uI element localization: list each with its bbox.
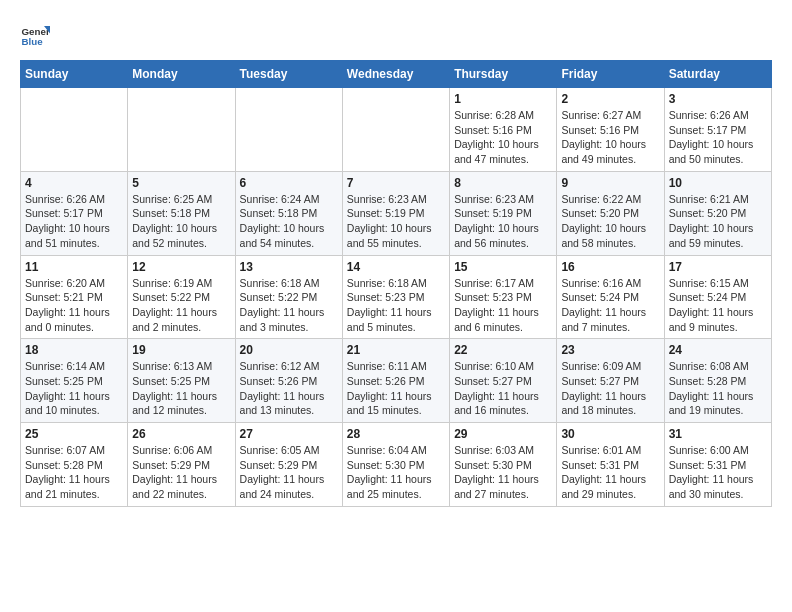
day-info: Sunrise: 6:19 AMSunset: 5:22 PMDaylight:…: [132, 276, 230, 335]
calendar-cell: 9Sunrise: 6:22 AMSunset: 5:20 PMDaylight…: [557, 171, 664, 255]
calendar-week-1: 1Sunrise: 6:28 AMSunset: 5:16 PMDaylight…: [21, 88, 772, 172]
calendar-week-2: 4Sunrise: 6:26 AMSunset: 5:17 PMDaylight…: [21, 171, 772, 255]
calendar-cell: 12Sunrise: 6:19 AMSunset: 5:22 PMDayligh…: [128, 255, 235, 339]
calendar-cell: [21, 88, 128, 172]
day-info: Sunrise: 6:25 AMSunset: 5:18 PMDaylight:…: [132, 192, 230, 251]
day-number: 26: [132, 427, 230, 441]
day-number: 19: [132, 343, 230, 357]
day-info: Sunrise: 6:18 AMSunset: 5:22 PMDaylight:…: [240, 276, 338, 335]
calendar-cell: 22Sunrise: 6:10 AMSunset: 5:27 PMDayligh…: [450, 339, 557, 423]
logo: General Blue: [20, 20, 50, 50]
calendar-cell: 15Sunrise: 6:17 AMSunset: 5:23 PMDayligh…: [450, 255, 557, 339]
day-number: 20: [240, 343, 338, 357]
logo-icon: General Blue: [20, 20, 50, 50]
calendar-cell: 24Sunrise: 6:08 AMSunset: 5:28 PMDayligh…: [664, 339, 771, 423]
day-number: 31: [669, 427, 767, 441]
day-info: Sunrise: 6:20 AMSunset: 5:21 PMDaylight:…: [25, 276, 123, 335]
day-number: 3: [669, 92, 767, 106]
calendar-cell: 10Sunrise: 6:21 AMSunset: 5:20 PMDayligh…: [664, 171, 771, 255]
calendar-week-4: 18Sunrise: 6:14 AMSunset: 5:25 PMDayligh…: [21, 339, 772, 423]
calendar-cell: 5Sunrise: 6:25 AMSunset: 5:18 PMDaylight…: [128, 171, 235, 255]
day-info: Sunrise: 6:08 AMSunset: 5:28 PMDaylight:…: [669, 359, 767, 418]
day-number: 6: [240, 176, 338, 190]
day-number: 21: [347, 343, 445, 357]
day-info: Sunrise: 6:26 AMSunset: 5:17 PMDaylight:…: [25, 192, 123, 251]
calendar-cell: 16Sunrise: 6:16 AMSunset: 5:24 PMDayligh…: [557, 255, 664, 339]
day-number: 14: [347, 260, 445, 274]
day-number: 12: [132, 260, 230, 274]
calendar-week-5: 25Sunrise: 6:07 AMSunset: 5:28 PMDayligh…: [21, 423, 772, 507]
day-number: 11: [25, 260, 123, 274]
day-info: Sunrise: 6:09 AMSunset: 5:27 PMDaylight:…: [561, 359, 659, 418]
day-number: 28: [347, 427, 445, 441]
day-info: Sunrise: 6:24 AMSunset: 5:18 PMDaylight:…: [240, 192, 338, 251]
day-info: Sunrise: 6:27 AMSunset: 5:16 PMDaylight:…: [561, 108, 659, 167]
calendar-cell: 1Sunrise: 6:28 AMSunset: 5:16 PMDaylight…: [450, 88, 557, 172]
day-info: Sunrise: 6:28 AMSunset: 5:16 PMDaylight:…: [454, 108, 552, 167]
calendar-cell: 29Sunrise: 6:03 AMSunset: 5:30 PMDayligh…: [450, 423, 557, 507]
day-number: 9: [561, 176, 659, 190]
day-info: Sunrise: 6:23 AMSunset: 5:19 PMDaylight:…: [454, 192, 552, 251]
day-number: 23: [561, 343, 659, 357]
day-info: Sunrise: 6:12 AMSunset: 5:26 PMDaylight:…: [240, 359, 338, 418]
day-info: Sunrise: 6:16 AMSunset: 5:24 PMDaylight:…: [561, 276, 659, 335]
calendar-header: SundayMondayTuesdayWednesdayThursdayFrid…: [21, 61, 772, 88]
day-info: Sunrise: 6:21 AMSunset: 5:20 PMDaylight:…: [669, 192, 767, 251]
calendar-cell: 23Sunrise: 6:09 AMSunset: 5:27 PMDayligh…: [557, 339, 664, 423]
day-info: Sunrise: 6:10 AMSunset: 5:27 PMDaylight:…: [454, 359, 552, 418]
day-number: 1: [454, 92, 552, 106]
day-info: Sunrise: 6:01 AMSunset: 5:31 PMDaylight:…: [561, 443, 659, 502]
calendar-cell: 8Sunrise: 6:23 AMSunset: 5:19 PMDaylight…: [450, 171, 557, 255]
day-info: Sunrise: 6:04 AMSunset: 5:30 PMDaylight:…: [347, 443, 445, 502]
calendar-cell: 18Sunrise: 6:14 AMSunset: 5:25 PMDayligh…: [21, 339, 128, 423]
day-number: 16: [561, 260, 659, 274]
day-number: 17: [669, 260, 767, 274]
calendar-cell: 28Sunrise: 6:04 AMSunset: 5:30 PMDayligh…: [342, 423, 449, 507]
page-header: General Blue: [20, 20, 772, 50]
calendar-week-3: 11Sunrise: 6:20 AMSunset: 5:21 PMDayligh…: [21, 255, 772, 339]
day-number: 10: [669, 176, 767, 190]
calendar-cell: 21Sunrise: 6:11 AMSunset: 5:26 PMDayligh…: [342, 339, 449, 423]
day-number: 27: [240, 427, 338, 441]
calendar-cell: 2Sunrise: 6:27 AMSunset: 5:16 PMDaylight…: [557, 88, 664, 172]
day-number: 18: [25, 343, 123, 357]
day-number: 30: [561, 427, 659, 441]
calendar-cell: 4Sunrise: 6:26 AMSunset: 5:17 PMDaylight…: [21, 171, 128, 255]
column-header-monday: Monday: [128, 61, 235, 88]
column-header-friday: Friday: [557, 61, 664, 88]
day-info: Sunrise: 6:17 AMSunset: 5:23 PMDaylight:…: [454, 276, 552, 335]
calendar-body: 1Sunrise: 6:28 AMSunset: 5:16 PMDaylight…: [21, 88, 772, 507]
column-header-sunday: Sunday: [21, 61, 128, 88]
calendar-cell: 13Sunrise: 6:18 AMSunset: 5:22 PMDayligh…: [235, 255, 342, 339]
calendar-cell: 27Sunrise: 6:05 AMSunset: 5:29 PMDayligh…: [235, 423, 342, 507]
calendar-cell: 11Sunrise: 6:20 AMSunset: 5:21 PMDayligh…: [21, 255, 128, 339]
calendar-cell: 26Sunrise: 6:06 AMSunset: 5:29 PMDayligh…: [128, 423, 235, 507]
calendar-table: SundayMondayTuesdayWednesdayThursdayFrid…: [20, 60, 772, 507]
day-info: Sunrise: 6:05 AMSunset: 5:29 PMDaylight:…: [240, 443, 338, 502]
calendar-cell: 6Sunrise: 6:24 AMSunset: 5:18 PMDaylight…: [235, 171, 342, 255]
svg-text:Blue: Blue: [22, 36, 44, 47]
day-number: 13: [240, 260, 338, 274]
day-number: 7: [347, 176, 445, 190]
column-header-wednesday: Wednesday: [342, 61, 449, 88]
calendar-cell: 7Sunrise: 6:23 AMSunset: 5:19 PMDaylight…: [342, 171, 449, 255]
day-number: 15: [454, 260, 552, 274]
day-info: Sunrise: 6:06 AMSunset: 5:29 PMDaylight:…: [132, 443, 230, 502]
day-number: 24: [669, 343, 767, 357]
day-info: Sunrise: 6:11 AMSunset: 5:26 PMDaylight:…: [347, 359, 445, 418]
column-header-saturday: Saturday: [664, 61, 771, 88]
day-info: Sunrise: 6:14 AMSunset: 5:25 PMDaylight:…: [25, 359, 123, 418]
column-header-thursday: Thursday: [450, 61, 557, 88]
calendar-cell: [342, 88, 449, 172]
day-info: Sunrise: 6:00 AMSunset: 5:31 PMDaylight:…: [669, 443, 767, 502]
day-info: Sunrise: 6:26 AMSunset: 5:17 PMDaylight:…: [669, 108, 767, 167]
calendar-cell: 14Sunrise: 6:18 AMSunset: 5:23 PMDayligh…: [342, 255, 449, 339]
calendar-cell: 30Sunrise: 6:01 AMSunset: 5:31 PMDayligh…: [557, 423, 664, 507]
calendar-cell: 3Sunrise: 6:26 AMSunset: 5:17 PMDaylight…: [664, 88, 771, 172]
calendar-cell: 19Sunrise: 6:13 AMSunset: 5:25 PMDayligh…: [128, 339, 235, 423]
calendar-cell: 25Sunrise: 6:07 AMSunset: 5:28 PMDayligh…: [21, 423, 128, 507]
day-number: 5: [132, 176, 230, 190]
calendar-cell: 17Sunrise: 6:15 AMSunset: 5:24 PMDayligh…: [664, 255, 771, 339]
day-info: Sunrise: 6:23 AMSunset: 5:19 PMDaylight:…: [347, 192, 445, 251]
day-info: Sunrise: 6:18 AMSunset: 5:23 PMDaylight:…: [347, 276, 445, 335]
